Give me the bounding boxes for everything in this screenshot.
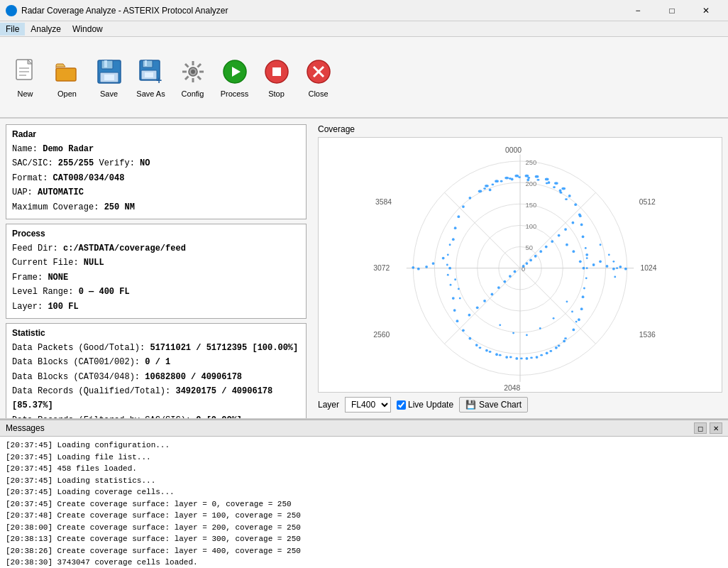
svg-point-137 xyxy=(549,350,552,352)
svg-point-70 xyxy=(457,215,460,218)
close-icon xyxy=(304,57,333,87)
svg-rect-30 xyxy=(272,67,281,76)
svg-point-151 xyxy=(514,271,517,273)
process-icon xyxy=(220,57,250,87)
svg-point-131 xyxy=(489,351,492,353)
save-chart-button[interactable]: 💾 Save Chart xyxy=(459,397,528,413)
svg-point-148 xyxy=(564,228,567,231)
svg-point-108 xyxy=(453,309,456,312)
stop-button[interactable]: Stop xyxy=(257,42,296,113)
svg-point-84 xyxy=(599,260,602,263)
svg-point-100 xyxy=(515,357,518,360)
open-button[interactable]: Open xyxy=(48,42,87,113)
process-button[interactable]: Process xyxy=(215,42,254,113)
svg-point-63 xyxy=(525,175,529,178)
svg-point-179 xyxy=(459,297,461,300)
svg-point-96 xyxy=(475,344,478,346)
svg-point-98 xyxy=(495,353,498,356)
svg-rect-12 xyxy=(143,60,153,67)
svg-point-109 xyxy=(452,297,455,300)
svg-point-139 xyxy=(564,337,567,339)
stat-val-3: 34920175 / 40906178 [85.37%] xyxy=(12,386,272,410)
stat-val-2: 10682800 / 40906178 xyxy=(145,372,242,382)
radar-sacsic-row: SAC/SIC: 255/255 Verify: NO xyxy=(12,156,300,170)
stat-row-4: Data Records (Filtered by SAC/SIC): 0 [0… xyxy=(12,413,300,418)
svg-point-128 xyxy=(560,192,563,194)
svg-point-134 xyxy=(520,357,523,359)
svg-point-160 xyxy=(447,253,449,256)
svg-point-157 xyxy=(476,306,479,309)
close-label: Close xyxy=(308,89,328,98)
svg-point-123 xyxy=(518,176,521,178)
menu-analyze[interactable]: Analyze xyxy=(25,23,67,36)
svg-point-155 xyxy=(491,293,494,296)
stat-val-0: 51711021 / 51712395 [100.00%] xyxy=(150,343,298,353)
save-icon xyxy=(94,57,124,87)
radar-uap-label: UAP: xyxy=(12,187,38,197)
layer-dropdown[interactable]: FL400 FL300 FL200 FL100 FL0 xyxy=(345,397,391,413)
message-line: [20:38:26] Create coverage surface: laye… xyxy=(6,545,722,557)
process-title: Process xyxy=(12,229,300,239)
open-label: Open xyxy=(57,89,77,98)
saveas-button[interactable]: + Save As xyxy=(131,42,170,113)
minimize-button[interactable]: − xyxy=(622,0,654,21)
statistic-title: Statistic xyxy=(12,328,300,338)
menu-file[interactable]: File xyxy=(0,23,25,36)
open-icon xyxy=(53,57,82,87)
svg-point-59 xyxy=(485,185,489,187)
svg-point-143 xyxy=(534,255,537,258)
svg-point-85 xyxy=(606,265,609,268)
svg-point-178 xyxy=(499,324,501,326)
svg-line-24 xyxy=(197,76,201,80)
svg-point-124 xyxy=(527,177,530,179)
live-update-label: Live Update xyxy=(397,400,453,410)
window-close-button[interactable]: ✕ xyxy=(690,0,722,21)
config-icon xyxy=(178,57,208,87)
stat-row-3: Data Records (Qualified/Total): 34920175… xyxy=(12,384,300,413)
maximize-button[interactable]: □ xyxy=(656,0,688,21)
svg-point-118 xyxy=(559,190,562,192)
svg-point-62 xyxy=(514,175,519,178)
svg-text:3072: 3072 xyxy=(373,264,390,272)
svg-point-135 xyxy=(530,357,533,359)
feeddir-label: Feed Dir: xyxy=(12,244,63,253)
save-label: Save xyxy=(100,89,118,98)
svg-point-112 xyxy=(580,307,583,310)
message-line: [20:38:13] Create coverage surface: laye… xyxy=(6,533,722,545)
radar-sacsic-label: SAC/SIC: xyxy=(12,158,58,168)
layer-value: 100 FL xyxy=(48,302,78,312)
radar-name-row: Name: Demo Radar xyxy=(12,142,300,156)
stat-row-2: Data Blocks (CAT034/048): 10682800 / 409… xyxy=(12,370,300,384)
svg-point-149 xyxy=(572,222,575,224)
close-button[interactable]: Close xyxy=(299,42,338,113)
menu-window[interactable]: Window xyxy=(67,23,109,36)
svg-point-60 xyxy=(495,180,499,182)
svg-point-130 xyxy=(479,346,482,349)
svg-point-175 xyxy=(539,327,541,329)
messages-close-button[interactable]: ✕ xyxy=(710,422,722,434)
coverage-chart-area: 0000 0512 1024 1536 2048 2560 3072 3584 … xyxy=(318,137,722,393)
radar-sacsic-value: 255/255 xyxy=(58,158,94,168)
radar-name-value: Demo Radar xyxy=(43,144,94,154)
svg-point-95 xyxy=(468,337,471,340)
message-line: [20:37:45] Loading statistics... xyxy=(6,475,722,487)
frame-label: Frame: xyxy=(12,273,48,283)
messages-restore-button[interactable]: ◻ xyxy=(694,422,707,434)
stat-val-1: 0 / 1 xyxy=(145,357,170,367)
save-button[interactable]: Save xyxy=(89,42,128,113)
svg-point-150 xyxy=(579,214,582,217)
messages-content[interactable]: [20:37:45] Loading configuration...[20:3… xyxy=(0,437,728,568)
live-update-checkbox[interactable] xyxy=(397,400,406,410)
config-button[interactable]: Config xyxy=(173,42,212,113)
statistic-section: Statistic Data Packets (Good/Total): 517… xyxy=(6,323,307,418)
svg-point-91 xyxy=(425,266,428,268)
svg-point-68 xyxy=(468,197,471,200)
svg-point-83 xyxy=(592,263,595,266)
svg-point-163 xyxy=(450,284,452,286)
svg-point-116 xyxy=(526,178,529,181)
svg-point-176 xyxy=(526,334,528,337)
svg-point-154 xyxy=(497,286,500,289)
svg-rect-13 xyxy=(145,60,147,66)
svg-point-81 xyxy=(583,267,585,270)
new-button[interactable]: New xyxy=(6,42,45,113)
